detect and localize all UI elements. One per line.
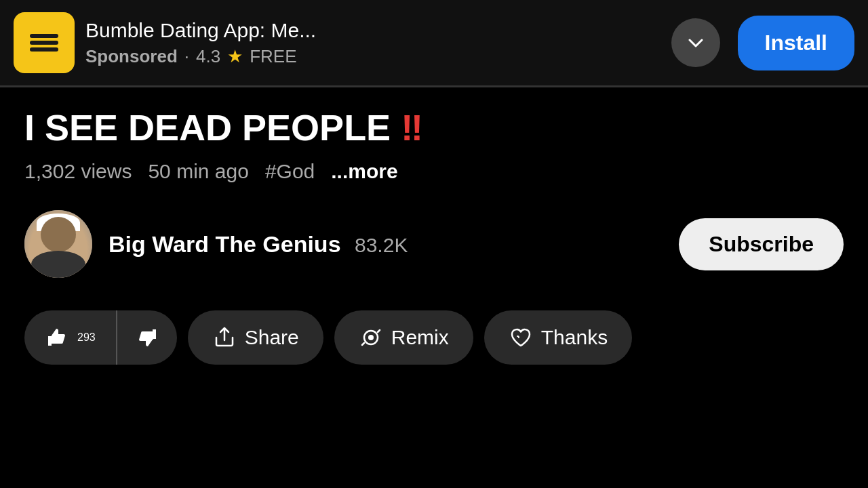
time-ago: 50 min ago xyxy=(148,160,248,183)
ad-banner: Bumble Dating App: Me... Sponsored · 4.3… xyxy=(0,0,868,86)
channel-name-group: Big Ward The Genius 83.2K xyxy=(108,231,408,258)
ad-app-icon xyxy=(14,12,75,73)
channel-name[interactable]: Big Ward The Genius xyxy=(108,231,341,257)
thanks-heart-icon xyxy=(509,325,533,350)
share-button[interactable]: Share xyxy=(188,310,323,365)
share-label: Share xyxy=(245,326,299,349)
channel-subscribers: 83.2K xyxy=(355,234,408,256)
ad-price: FREE xyxy=(250,46,296,67)
dislike-button[interactable] xyxy=(116,310,177,365)
install-button[interactable]: Install xyxy=(738,16,854,70)
more-button[interactable]: ...more xyxy=(331,160,397,183)
channel-row: Big Ward The Genius 83.2K Subscribe xyxy=(0,197,868,291)
ad-meta: Sponsored · 4.3 ★ FREE xyxy=(85,46,654,67)
remix-button[interactable]: Remix xyxy=(334,310,473,365)
ad-rating: 4.3 xyxy=(196,46,220,67)
like-count: 293 xyxy=(77,331,96,344)
hashtag: #God xyxy=(265,160,315,183)
action-buttons-row: 293 Share Remix Thanks xyxy=(0,298,868,377)
ad-star-icon: ★ xyxy=(227,46,243,67)
thumbs-up-icon xyxy=(45,325,69,350)
svg-point-4 xyxy=(368,335,374,340)
thanks-button[interactable]: Thanks xyxy=(484,310,632,365)
remix-label: Remix xyxy=(391,326,449,349)
svg-rect-2 xyxy=(30,47,58,52)
video-meta: 1,302 views 50 min ago #God ...more xyxy=(24,160,844,183)
like-button[interactable]: 293 xyxy=(24,310,116,365)
avatar[interactable] xyxy=(24,210,92,278)
share-icon xyxy=(212,325,237,350)
ad-chevron-button[interactable] xyxy=(671,18,720,67)
ad-sponsored-label: Sponsored xyxy=(85,46,178,67)
ad-info: Bumble Dating App: Me... Sponsored · 4.3… xyxy=(85,19,654,67)
subscribe-button[interactable]: Subscribe xyxy=(679,218,844,270)
like-dislike-group: 293 xyxy=(24,310,177,365)
svg-rect-0 xyxy=(30,34,58,38)
remix-icon xyxy=(359,325,383,350)
video-info-section: I SEE DEAD PEOPLE ‼️ 1,302 views 50 min … xyxy=(0,87,868,197)
ad-title: Bumble Dating App: Me... xyxy=(85,19,654,42)
svg-rect-1 xyxy=(30,41,58,45)
thumbs-down-icon xyxy=(135,325,159,350)
thanks-label: Thanks xyxy=(541,326,608,349)
video-title: I SEE DEAD PEOPLE ‼️ xyxy=(24,108,844,148)
view-count: 1,302 views xyxy=(24,160,132,183)
